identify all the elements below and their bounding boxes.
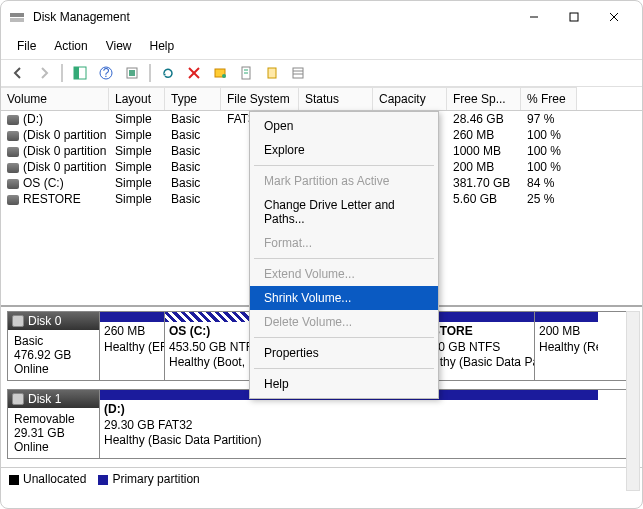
ctx-separator [254, 337, 434, 338]
cell-name: (Disk 0 partition 1) [1, 127, 109, 143]
partition-size: 29.30 GB FAT32 [104, 418, 193, 432]
volume-icon [7, 179, 19, 189]
cell-name: (Disk 0 partition 6) [1, 159, 109, 175]
action-icon[interactable] [209, 62, 231, 84]
help-icon[interactable]: ? [95, 62, 117, 84]
partition-status: Healthy (Basic Data Partition) [104, 433, 261, 447]
ctx-shrink[interactable]: Shrink Volume... [250, 286, 438, 310]
cell-pct: 100 % [521, 143, 577, 159]
cell-layout: Simple [109, 191, 165, 207]
disk-status: Online [14, 362, 93, 376]
svg-rect-0 [10, 13, 24, 17]
ctx-extend: Extend Volume... [250, 262, 438, 286]
volume-columns: Volume Layout Type File System Status Ca… [1, 87, 642, 111]
minimize-button[interactable] [514, 1, 554, 33]
cell-layout: Simple [109, 111, 165, 127]
partition-size: 260 MB [104, 324, 145, 338]
col-status[interactable]: Status [299, 87, 373, 110]
volume-icon [7, 163, 19, 173]
col-free[interactable]: Free Sp... [447, 87, 521, 110]
disk-label[interactable]: Disk 1Removable29.31 GBOnline [8, 390, 100, 458]
col-type[interactable]: Type [165, 87, 221, 110]
svg-rect-20 [293, 68, 303, 78]
cell-layout: Simple [109, 127, 165, 143]
cell-free: 28.46 GB [447, 111, 521, 127]
new-icon[interactable] [261, 62, 283, 84]
back-button[interactable] [7, 62, 29, 84]
col-fs[interactable]: File System [221, 87, 299, 110]
cell-layout: Simple [109, 175, 165, 191]
cell-pct: 100 % [521, 127, 577, 143]
forward-button[interactable] [33, 62, 55, 84]
disk-size: 29.31 GB [14, 426, 93, 440]
properties-icon[interactable] [235, 62, 257, 84]
partition-status: Healthy (EFI : [104, 340, 164, 354]
svg-rect-7 [74, 67, 79, 79]
toolbar-separator [149, 64, 151, 82]
menu-action[interactable]: Action [46, 35, 95, 57]
maximize-button[interactable] [554, 1, 594, 33]
disk-type: Basic [14, 334, 93, 348]
partition[interactable]: 260 MBHealthy (EFI : [100, 312, 164, 380]
list-icon[interactable] [287, 62, 309, 84]
legend-unallocated: Unallocated [9, 472, 86, 486]
cell-free: 260 MB [447, 127, 521, 143]
menu-file[interactable]: File [9, 35, 44, 57]
settings-icon[interactable] [121, 62, 143, 84]
scrollbar[interactable] [626, 311, 640, 491]
partition-size: 453.50 GB NTFS [169, 340, 261, 354]
volume-icon [7, 115, 19, 125]
cell-name: OS (C:) [1, 175, 109, 191]
cell-name: (D:) [1, 111, 109, 127]
svg-rect-1 [10, 18, 24, 22]
menu-view[interactable]: View [98, 35, 140, 57]
disk-icon [12, 393, 24, 405]
cell-pct: 100 % [521, 159, 577, 175]
volume-icon [7, 195, 19, 205]
cell-type: Basic [165, 127, 221, 143]
close-button[interactable] [594, 1, 634, 33]
cell-free: 381.70 GB [447, 175, 521, 191]
partition-name: (D:) [104, 402, 125, 416]
app-icon [9, 9, 25, 25]
ctx-help[interactable]: Help [250, 372, 438, 396]
partition-status: Healthy (Rec [539, 340, 598, 354]
refresh-icon[interactable] [157, 62, 179, 84]
ctx-mark-active: Mark Partition as Active [250, 169, 438, 193]
context-menu: Open Explore Mark Partition as Active Ch… [249, 111, 439, 399]
disk-type: Removable [14, 412, 93, 426]
disk-name: Disk 0 [28, 314, 61, 328]
disk-status: Online [14, 440, 93, 454]
disk-label[interactable]: Disk 0Basic476.92 GBOnline [8, 312, 100, 380]
cell-type: Basic [165, 143, 221, 159]
cell-pct: 25 % [521, 191, 577, 207]
partition[interactable]: (D:)29.30 GB FAT32Healthy (Basic Data Pa… [100, 390, 598, 458]
partition-name: OS (C:) [169, 324, 210, 338]
window-title: Disk Management [33, 10, 514, 24]
cell-name: (Disk 0 partition 4) [1, 143, 109, 159]
ctx-change-letter[interactable]: Change Drive Letter and Paths... [250, 193, 438, 231]
svg-rect-3 [570, 13, 578, 21]
cell-free: 1000 MB [447, 143, 521, 159]
disk-size: 476.92 GB [14, 348, 93, 362]
col-pct[interactable]: % Free [521, 87, 577, 110]
menu-help[interactable]: Help [142, 35, 183, 57]
col-volume[interactable]: Volume [1, 87, 109, 110]
col-capacity[interactable]: Capacity [373, 87, 447, 110]
svg-rect-19 [268, 68, 276, 78]
disk-row: Disk 1Removable29.31 GBOnline(D:)29.30 G… [7, 389, 636, 459]
volume-icon [7, 131, 19, 141]
ctx-explore[interactable]: Explore [250, 138, 438, 162]
cell-pct: 97 % [521, 111, 577, 127]
partition-size: 200 MB [539, 324, 580, 338]
ctx-open[interactable]: Open [250, 114, 438, 138]
menu-bar: File Action View Help [1, 33, 642, 59]
show-hide-tree-icon[interactable] [69, 62, 91, 84]
cell-type: Basic [165, 111, 221, 127]
partition[interactable]: 200 MBHealthy (Rec [534, 312, 598, 380]
ctx-properties[interactable]: Properties [250, 341, 438, 365]
toolbar-separator [61, 64, 63, 82]
ctx-separator [254, 165, 434, 166]
delete-icon[interactable] [183, 62, 205, 84]
col-layout[interactable]: Layout [109, 87, 165, 110]
